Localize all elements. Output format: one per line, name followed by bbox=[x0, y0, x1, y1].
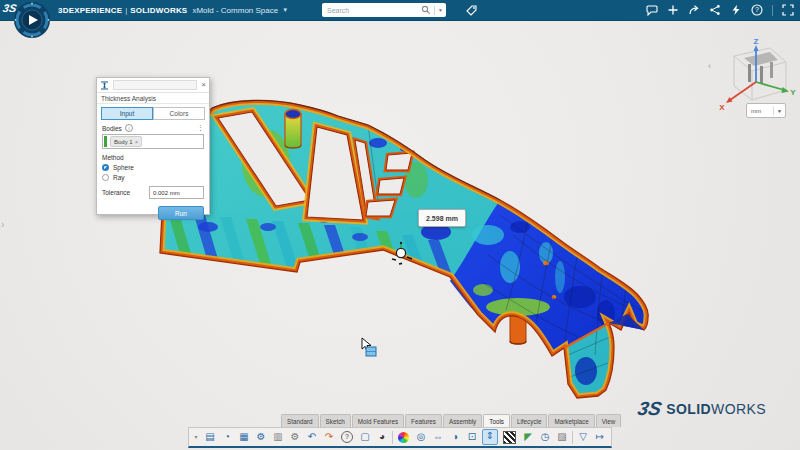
ds-monogram-icon: 3S bbox=[636, 398, 664, 420]
open-with-history-icon[interactable]: ◔ bbox=[220, 430, 234, 444]
copy-documents-icon[interactable]: ▥ bbox=[271, 430, 285, 444]
help-icon-toolbar[interactable]: ? bbox=[341, 431, 353, 443]
ribbon-tab-features[interactable]: Features bbox=[405, 414, 442, 427]
unit-value: mm bbox=[747, 108, 773, 114]
share-arrow-icon[interactable] bbox=[688, 4, 700, 16]
section-view-icon[interactable]: ◑ bbox=[448, 430, 462, 444]
solidworks-logo: 3S SOLIDWORKS bbox=[638, 398, 766, 420]
color-wheel-icon[interactable] bbox=[398, 432, 409, 443]
add-content-icon[interactable] bbox=[667, 4, 679, 16]
radio-row-ray[interactable]: Ray bbox=[102, 174, 204, 181]
dialog-tabs: Input Colors bbox=[97, 104, 209, 120]
ribbon-tab-tools[interactable]: Tools bbox=[483, 414, 510, 427]
ribbon-tab-marketplace[interactable]: Marketplace bbox=[548, 414, 594, 427]
radio-ray-icon[interactable] bbox=[102, 174, 109, 181]
chevron-down-icon: ▼ bbox=[282, 7, 288, 13]
info-icon: i bbox=[125, 124, 133, 132]
render-style-icon[interactable]: ◕ bbox=[375, 430, 389, 444]
ribbon-tab-lifecycle[interactable]: Lifecycle bbox=[511, 414, 548, 427]
bottom-toolbar: ▾ ▤ ◔ ▦ ⚙ ▥ ⚙ ↶ ↷ ? ▢ ◕ ◎ ⇔ ◑ ⊡ ⇕ ◤ ◷ ▨ … bbox=[188, 427, 612, 448]
unit-chevron-icon: ▼ bbox=[774, 108, 785, 114]
ribbon-tab-view[interactable]: View bbox=[596, 414, 622, 427]
zoom-area-icon[interactable]: ◎ bbox=[414, 430, 428, 444]
brand-separator: | bbox=[125, 6, 127, 15]
redo-icon[interactable]: ↷ bbox=[322, 430, 336, 444]
thickness-measurement-tooltip: 2.598 mm bbox=[418, 209, 466, 227]
save-icon[interactable]: ▦ bbox=[237, 430, 251, 444]
toolbar-separator-2 bbox=[572, 431, 573, 444]
tab-colors[interactable]: Colors bbox=[153, 107, 205, 120]
search-scope-chevron-icon[interactable]: ▼ bbox=[438, 7, 446, 13]
radio-row-sphere[interactable]: Sphere bbox=[102, 164, 204, 171]
thickness-analysis-dialog: × Thickness Analysis Input Colors Bodies… bbox=[96, 77, 210, 215]
tab-input[interactable]: Input bbox=[101, 107, 153, 120]
dialog-dock-tab bbox=[113, 80, 197, 90]
collaboration-flash-icon[interactable] bbox=[730, 4, 742, 16]
bodies-label: Bodies bbox=[102, 125, 122, 132]
brand-text: 3DEXPERIENCE | SOLIDWORKS xMold - Common… bbox=[58, 0, 288, 20]
draft-analysis-icon[interactable]: ◤ bbox=[521, 430, 535, 444]
help-icon[interactable]: ? bbox=[751, 4, 763, 16]
tolerance-label: Tolerance bbox=[102, 189, 130, 196]
ribbon-tab-standard[interactable]: Standard bbox=[281, 414, 319, 427]
chip-remove-icon[interactable]: × bbox=[135, 139, 139, 145]
run-button[interactable]: Run bbox=[158, 206, 204, 220]
tag-icon[interactable] bbox=[465, 3, 478, 21]
comments-icon[interactable] bbox=[646, 4, 658, 16]
axis-z-label: Z bbox=[754, 38, 759, 46]
zebra-stripes-icon[interactable] bbox=[503, 431, 516, 444]
close-icon[interactable]: × bbox=[201, 81, 206, 89]
brand-3dexperience: 3DEXPERIENCE bbox=[58, 6, 122, 15]
bodies-input[interactable]: Body 1 × bbox=[102, 134, 204, 149]
triad-collapse-chevron-icon[interactable]: ‹ bbox=[708, 61, 711, 71]
selection-valid-bar bbox=[104, 136, 107, 147]
ribbon-tab-assembly[interactable]: Assembly bbox=[443, 414, 482, 427]
dialog-header[interactable]: × bbox=[97, 78, 209, 93]
ribbon-tab-strip: Standard Sketch Mold Features Features A… bbox=[281, 414, 622, 427]
dialog-body: Bodies i ⋮ Body 1 × Method Sphere bbox=[97, 120, 209, 224]
workspace-name: xMold - Common Space bbox=[192, 6, 278, 15]
search-box: ▼ bbox=[322, 3, 446, 17]
zoom-fit-icon[interactable]: ⊡ bbox=[465, 430, 479, 444]
mold-fill-analysis-icon[interactable]: ▽ bbox=[576, 430, 590, 444]
left-panel-expand-chevron-icon[interactable]: › bbox=[1, 219, 4, 230]
ribbon-tab-mold-features[interactable]: Mold Features bbox=[352, 414, 404, 427]
search-input[interactable] bbox=[322, 7, 421, 14]
thickness-analysis-tool-icon[interactable]: ⇕ bbox=[482, 429, 498, 445]
top-bar: 3S 3DEXPERIENCE | SOLIDWORKS xMold - Com… bbox=[0, 0, 800, 21]
svg-text:?: ? bbox=[755, 6, 759, 13]
compare-geometry-icon[interactable]: ▨ bbox=[555, 430, 569, 444]
model-3d-thickness-analysis[interactable] bbox=[148, 85, 718, 415]
settings-sync-icon[interactable]: ⚙ bbox=[254, 430, 268, 444]
preferences-gear-icon[interactable]: ⚙ bbox=[288, 430, 302, 444]
fullscreen-icon[interactable] bbox=[782, 4, 794, 16]
body-chip[interactable]: Body 1 × bbox=[110, 136, 142, 147]
undo-icon[interactable]: ↶ bbox=[305, 430, 319, 444]
kebab-menu-icon[interactable]: ⋮ bbox=[197, 124, 204, 132]
tolerance-input[interactable]: 0.002 mm bbox=[149, 186, 204, 199]
body-chip-label: Body 1 bbox=[114, 139, 133, 145]
toolbar-overflow-icon[interactable]: ▾ bbox=[192, 430, 200, 444]
radio-ray-label: Ray bbox=[113, 174, 125, 181]
undercut-analysis-icon[interactable]: ◷ bbox=[538, 430, 552, 444]
workspace-selector[interactable]: xMold - Common Space ▼ bbox=[192, 6, 288, 15]
logo-solid: SOLID bbox=[666, 401, 711, 417]
thickness-analysis-icon bbox=[100, 81, 109, 90]
share-screen-icon[interactable]: ▢ bbox=[358, 430, 372, 444]
unit-dropdown[interactable]: mm ▼ bbox=[746, 103, 786, 118]
dialog-title: Thickness Analysis bbox=[97, 93, 209, 104]
axis-y-label: Y bbox=[790, 88, 796, 97]
share-network-icon[interactable] bbox=[709, 4, 721, 16]
import-file-icon[interactable]: ▤ bbox=[203, 430, 217, 444]
radio-sphere-icon[interactable] bbox=[102, 164, 109, 171]
3dexperience-compass-icon[interactable] bbox=[13, 1, 51, 43]
probe-cursor-icon bbox=[388, 240, 416, 272]
radio-sphere-label: Sphere bbox=[113, 164, 134, 171]
ribbon-tab-sketch[interactable]: Sketch bbox=[320, 414, 351, 427]
search-icon[interactable] bbox=[421, 1, 431, 19]
viewport-3d[interactable]: › bbox=[0, 21, 800, 450]
measure-icon[interactable]: ⇔ bbox=[431, 430, 445, 444]
topbar-action-icons: ? bbox=[646, 0, 794, 20]
toolbar-separator bbox=[392, 431, 393, 444]
export-icon[interactable]: ↦ bbox=[593, 430, 607, 444]
